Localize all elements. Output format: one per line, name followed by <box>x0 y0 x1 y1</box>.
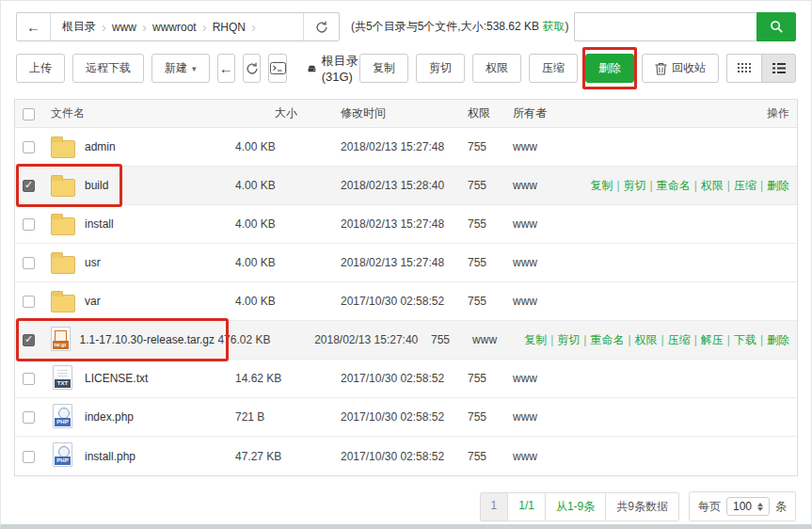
refresh-path-button[interactable] <box>303 13 339 40</box>
header-filename[interactable]: 文件名 <box>51 105 235 121</box>
header-size[interactable]: 大小 <box>235 105 341 121</box>
cut-button[interactable]: 剪切 <box>416 54 465 83</box>
file-name[interactable]: build <box>85 179 108 192</box>
search-button[interactable] <box>756 12 796 41</box>
file-name[interactable]: install.php <box>85 450 135 463</box>
up-down-arrows-icon <box>757 503 763 511</box>
file-row[interactable]: PHP index.php 721 B 2017/10/30 02:58:52 … <box>15 398 797 437</box>
file-row[interactable]: var 4.00 KB 2017/10/30 02:58:52 755 www <box>15 282 797 321</box>
row-op-link[interactable]: 压缩 <box>734 179 756 192</box>
breadcrumb-root[interactable]: 根目录 <box>58 19 100 35</box>
file-name[interactable]: var <box>85 295 101 308</box>
copy-label: 复制 <box>373 60 395 76</box>
file-name[interactable]: 1.1-17.10.30-release.tar.gz <box>80 333 215 346</box>
breadcrumb-www[interactable]: www <box>108 21 140 34</box>
terminal-button[interactable] <box>268 54 286 83</box>
row-op-link[interactable]: 重命名 <box>657 179 691 192</box>
op-separator: | <box>658 333 668 346</box>
file-permission: 755 <box>468 450 513 463</box>
op-separator: | <box>646 179 657 192</box>
row-operations: 复制|剪切|重命名|权限|压缩|解压|下载|删除 <box>524 332 789 348</box>
remote-download-label: 远程下载 <box>86 60 131 76</box>
page-number-button[interactable]: 1 <box>480 492 509 521</box>
select-all-checkbox[interactable] <box>23 108 35 120</box>
file-name[interactable]: install <box>85 217 114 231</box>
compress-label: 压缩 <box>542 60 565 76</box>
file-name[interactable]: usr <box>85 256 101 269</box>
row-checkbox[interactable] <box>23 411 35 424</box>
grid-view-button[interactable] <box>726 54 761 83</box>
file-type-badge: PHP <box>55 457 71 465</box>
row-checkbox[interactable] <box>23 296 35 308</box>
op-separator: | <box>613 179 623 192</box>
file-row[interactable]: TXT LICENSE.txt 14.62 KB 2017/10/30 02:5… <box>15 360 797 398</box>
row-checkbox[interactable] <box>23 373 35 385</box>
row-op-link[interactable]: 剪切 <box>557 333 580 346</box>
new-button[interactable]: 新建▾ <box>151 54 210 83</box>
file-permission: 755 <box>431 333 472 346</box>
back-arrow-icon[interactable]: ← <box>17 13 51 40</box>
row-op-link[interactable]: 重命名 <box>590 333 624 346</box>
refresh-list-button[interactable] <box>243 54 261 83</box>
row-checkbox[interactable] <box>23 141 35 153</box>
file-row[interactable]: admin 4.00 KB 2018/02/13 15:27:48 755 ww… <box>15 128 797 167</box>
row-op-link[interactable]: 删除 <box>767 333 789 346</box>
op-separator: | <box>724 179 734 192</box>
row-op-link[interactable]: 权限 <box>635 333 658 346</box>
chevron-right-icon: › <box>140 19 149 35</box>
row-checkbox[interactable] <box>23 257 35 269</box>
delete-button[interactable]: 删除 <box>585 54 634 83</box>
file-mtime: 2018/02/13 15:28:40 <box>341 179 468 192</box>
row-checkbox[interactable] <box>23 218 35 231</box>
row-op-link[interactable]: 解压 <box>701 333 724 346</box>
caret-down-icon: ▾ <box>192 64 197 73</box>
upload-button[interactable]: 上传 <box>16 54 65 83</box>
file-permission: 755 <box>468 372 513 385</box>
file-name[interactable]: LICENSE.txt <box>85 372 148 385</box>
row-checkbox[interactable] <box>23 180 35 192</box>
per-page-select[interactable]: 100 <box>726 497 770 516</box>
file-name[interactable]: index.php <box>85 410 134 424</box>
list-view-button[interactable] <box>761 54 796 83</box>
file-row[interactable]: PHP install.php 47.27 KB 2017/10/30 02:5… <box>15 437 797 475</box>
file-table: 文件名 大小 修改时间 权限 所有者 操作 admin 4.00 KB 2018… <box>14 99 798 476</box>
txt-icon: TXT <box>53 365 72 390</box>
row-op-link[interactable]: 剪切 <box>624 179 646 192</box>
file-type-badge: PHP <box>55 418 71 426</box>
compress-button[interactable]: 压缩 <box>529 54 578 83</box>
search-input[interactable] <box>574 12 756 41</box>
remote-download-button[interactable]: 远程下载 <box>72 54 144 83</box>
stats-close: ) <box>565 20 568 33</box>
header-mtime[interactable]: 修改时间 <box>341 105 468 121</box>
op-separator: | <box>756 179 767 192</box>
fetch-size-link[interactable]: 获取 <box>542 20 565 33</box>
file-row[interactable]: usr 4.00 KB 2018/02/13 15:27:48 755 www <box>15 244 797 282</box>
row-op-link[interactable]: 下载 <box>734 333 756 346</box>
file-row[interactable]: build 4.00 KB 2018/02/13 15:28:40 755 ww… <box>15 167 797 205</box>
file-permission: 755 <box>468 256 513 269</box>
row-op-link[interactable]: 复制 <box>524 333 547 346</box>
row-op-link[interactable]: 权限 <box>701 179 724 192</box>
file-size: 14.62 KB <box>235 372 341 385</box>
row-checkbox[interactable] <box>23 334 35 346</box>
row-checkbox[interactable] <box>23 451 35 463</box>
recycle-bin-button[interactable]: 回收站 <box>642 54 719 83</box>
delete-label: 删除 <box>598 60 621 76</box>
breadcrumb-rhqn[interactable]: RHQN <box>209 21 249 34</box>
breadcrumb-wwwroot[interactable]: wwwroot <box>149 21 200 34</box>
file-row[interactable]: tar.gz 1.1-17.10.30-release.tar.gz 476.0… <box>15 321 797 360</box>
permission-button[interactable]: 权限 <box>472 54 521 83</box>
go-back-button[interactable]: ← <box>217 54 235 83</box>
file-name[interactable]: admin <box>85 140 116 153</box>
row-op-link[interactable]: 复制 <box>590 179 613 192</box>
row-op-link[interactable]: 压缩 <box>668 333 691 346</box>
row-op-link[interactable]: 删除 <box>767 179 789 192</box>
targz-icon: tar.gz <box>51 327 71 351</box>
copy-button[interactable]: 复制 <box>359 54 408 83</box>
pagination: 1 1/1 从1-9条 共9条数据 每页 100 条 <box>1 476 811 521</box>
file-size: 4.00 KB <box>235 295 341 308</box>
file-mtime: 2018/02/13 15:27:48 <box>341 217 468 231</box>
op-separator: | <box>724 333 734 346</box>
file-row[interactable]: install 4.00 KB 2018/02/13 15:27:48 755 … <box>15 205 797 244</box>
file-size: 4.00 KB <box>235 179 341 192</box>
